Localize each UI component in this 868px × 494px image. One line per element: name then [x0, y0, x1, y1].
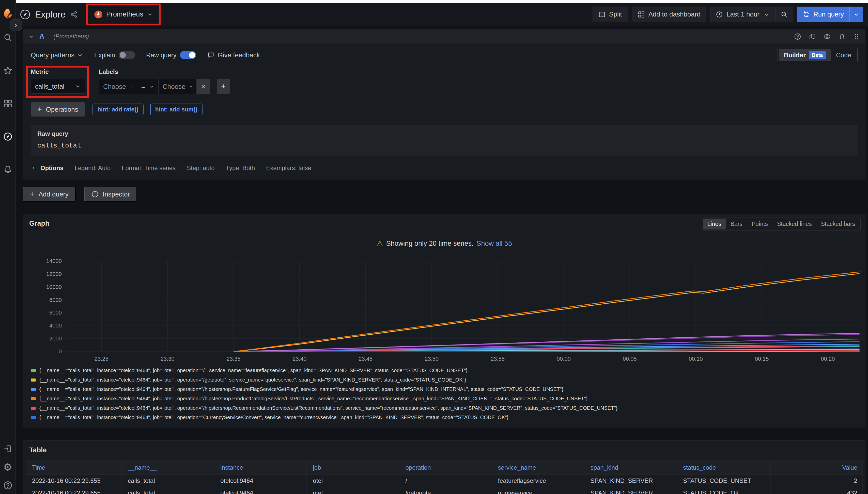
raw-query-preview: Raw query calls_total: [31, 125, 857, 156]
explain-toggle-group: Explain: [94, 51, 135, 59]
bell-icon: [3, 165, 13, 174]
option-summary-item: Legend: Auto: [75, 165, 110, 172]
sidebar-item-explore[interactable]: [0, 130, 16, 144]
remove-query-trash-icon[interactable]: [838, 33, 845, 40]
table-column-header[interactable]: job: [307, 460, 399, 475]
operations-row: + Operations hint: add rate()hint: add s…: [31, 102, 857, 116]
graph-mode-points[interactable]: Points: [747, 218, 773, 229]
legend-row[interactable]: {__name__="calls_total", instance="otelc…: [31, 394, 865, 403]
operations-button[interactable]: + Operations: [31, 102, 85, 116]
show-all-series-link[interactable]: Show all 55: [476, 240, 512, 247]
legend-row[interactable]: {__name__="calls_total", instance="otelc…: [31, 403, 865, 413]
collapse-chevron-icon[interactable]: [28, 34, 34, 40]
label-value-select[interactable]: Choose: [159, 79, 197, 94]
query-toolbar: Query patterns Explain Raw query: [31, 49, 857, 61]
time-picker-group: Last 1 hour: [710, 6, 793, 22]
graph-mode-stacked-lines[interactable]: Stacked lines: [773, 218, 816, 229]
options-expander[interactable]: Options: [31, 165, 64, 172]
table-column-header[interactable]: __name__: [122, 460, 214, 475]
metric-section: Metric calls_total: [31, 68, 85, 94]
sidebar-item-sign-in[interactable]: [0, 442, 16, 456]
query-hint-button[interactable]: hint: add sum(): [150, 103, 202, 115]
plot-column: 23:2523:3023:3523:4023:4523:5023:5500:00…: [66, 261, 862, 364]
plot-area[interactable]: [66, 261, 862, 352]
table-cell: 2022-10-16 00:22:29.655: [26, 487, 122, 494]
run-query-dropdown[interactable]: [849, 6, 863, 22]
table-column-header[interactable]: Time: [26, 460, 122, 475]
graph-mode-stacked-bars[interactable]: Stacked bars: [816, 218, 860, 229]
table-column-header[interactable]: Value: [771, 460, 863, 475]
topbar: Explore Prometheus Split: [16, 3, 868, 26]
graph-mode-lines[interactable]: Lines: [703, 218, 726, 229]
split-columns-icon: [598, 11, 605, 18]
table-body: 2022-10-16 00:22:29.655calls_totalotelco…: [26, 475, 863, 494]
table-cell: calls_total: [122, 475, 214, 487]
metric-select[interactable]: calls_total: [31, 79, 85, 94]
table-column-header[interactable]: service_name: [492, 460, 584, 475]
label-filter-group: Choose = Choose: [99, 79, 210, 94]
y-axis-tick-label: 14000: [46, 258, 62, 265]
table-column-header[interactable]: instance: [214, 460, 307, 475]
legend-row[interactable]: {__name__="calls_total", instance="otelc…: [31, 385, 865, 394]
explain-switch[interactable]: [119, 51, 135, 59]
legend-row[interactable]: {__name__="calls_total", instance="otelc…: [31, 413, 865, 422]
add-label-filter-button[interactable]: +: [217, 79, 230, 94]
legend-swatch: [31, 369, 36, 372]
table-column-header[interactable]: span_kind: [584, 460, 677, 475]
table-row: 2022-10-16 00:22:29.655calls_totalotelco…: [26, 475, 863, 487]
run-query-main[interactable]: Run query: [797, 6, 849, 22]
sidebar-item-alerting[interactable]: [0, 163, 16, 177]
hide-response-eye-icon[interactable]: [824, 33, 831, 40]
raw-query-switch[interactable]: [180, 51, 196, 59]
share-icon[interactable]: [70, 11, 78, 18]
graph-mode-bars[interactable]: Bars: [726, 218, 747, 229]
plus-icon: +: [30, 190, 35, 198]
query-help-icon[interactable]: [794, 33, 801, 40]
labels-label: Labels: [99, 68, 230, 75]
split-button[interactable]: Split: [593, 6, 628, 22]
sidebar-item-help[interactable]: [0, 478, 16, 493]
zoom-out-button[interactable]: [776, 7, 793, 22]
legend-row[interactable]: {__name__="calls_total", instance="otelc…: [31, 375, 865, 385]
time-range-picker[interactable]: Last 1 hour: [711, 7, 775, 22]
query-header-actions: [794, 33, 860, 40]
run-query-button[interactable]: Run query: [797, 6, 863, 22]
x-axis-tick-label: 00:20: [821, 356, 835, 362]
labels-section: Labels Choose =: [99, 68, 230, 94]
legend-row[interactable]: {__name__="calls_total", instance="otelc…: [31, 366, 865, 375]
give-feedback-link[interactable]: Give feedback: [207, 51, 260, 59]
add-query-button[interactable]: + Add query: [23, 187, 76, 202]
drag-handle-icon[interactable]: [853, 33, 860, 40]
info-circle-icon: [91, 191, 98, 198]
y-axis-tick-label: 8000: [49, 297, 62, 303]
label-name-select[interactable]: Choose: [99, 79, 137, 94]
table-column-header[interactable]: operation: [399, 460, 492, 475]
sidebar-item-starred[interactable]: [0, 63, 16, 78]
inspector-button[interactable]: Inspector: [84, 187, 137, 202]
sidebar-item-search[interactable]: [0, 31, 16, 45]
table-cell: otel: [307, 475, 399, 487]
duplicate-query-icon[interactable]: [809, 33, 816, 40]
builder-mode-tab[interactable]: Builder Beta: [779, 49, 831, 61]
x-axis-tick-label: 00:00: [557, 356, 571, 362]
sidebar-expand-button[interactable]: ›: [10, 19, 22, 31]
star-icon: [3, 66, 13, 75]
table-header-row: Time__name__instancejoboperationservice_…: [26, 460, 863, 475]
query-hint-button[interactable]: hint: add rate(): [92, 103, 144, 115]
add-to-dashboard-button[interactable]: Add to dashboard: [632, 6, 706, 22]
datasource-picker[interactable]: Prometheus: [89, 7, 158, 22]
option-summary-item: Step: auto: [187, 165, 215, 172]
sidebar-item-settings[interactable]: ⚙: [0, 460, 16, 474]
y-axis-tick-label: 0: [59, 348, 62, 355]
query-datasource-hint: (Prometheus): [54, 33, 89, 40]
raw-query-toggle-group: Raw query: [146, 51, 196, 59]
code-mode-tab[interactable]: Code: [831, 49, 856, 61]
table-column-header[interactable]: status_code: [677, 460, 771, 475]
label-operator-select[interactable]: =: [137, 79, 159, 94]
sidebar-item-dashboards[interactable]: [0, 96, 16, 111]
remove-label-filter-button[interactable]: ×: [197, 79, 210, 94]
browser-edge-strip: [0, 0, 868, 3]
y-axis-labels: 02000400060008000100001200014000: [23, 261, 66, 352]
table-cell: calls_total: [122, 487, 214, 494]
query-patterns-dropdown[interactable]: Query patterns: [31, 51, 83, 59]
